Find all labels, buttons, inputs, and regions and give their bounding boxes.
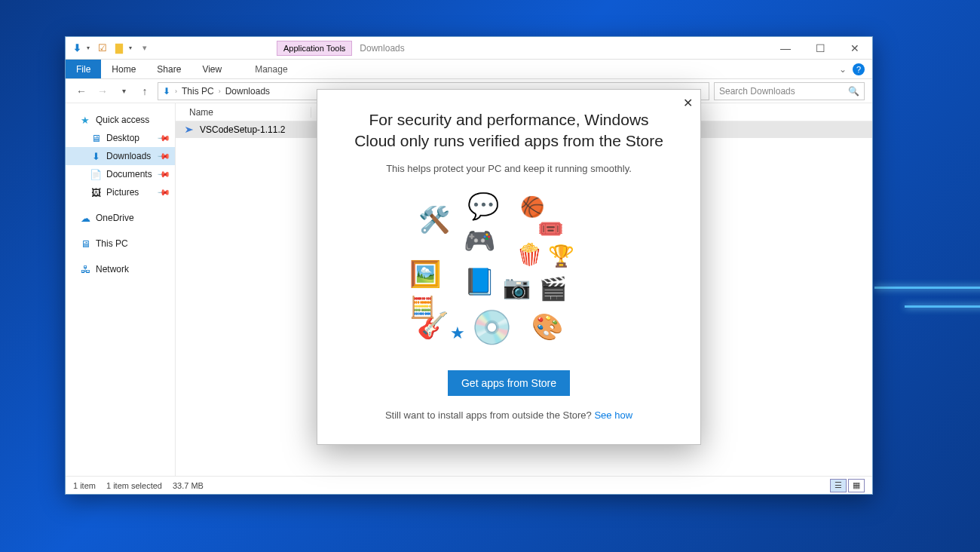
nav-label: Documents	[106, 169, 152, 179]
nav-label: Desktop	[106, 133, 139, 143]
turntable-icon: 💿	[471, 308, 513, 347]
nav-documents[interactable]: 📄 Documents 📌	[66, 165, 175, 183]
nav-up-button[interactable]: ↑	[136, 85, 153, 97]
nav-label: OneDrive	[96, 213, 134, 223]
dialog-illustration: 🛠️ 💬 🏀 🎮 🎟️ 🍿 🏆 🖼️ 📘 📷 🎬 🧮 🎸 ★ 💿 🎨	[403, 191, 614, 357]
vscode-icon	[182, 124, 197, 135]
chevron-down-icon[interactable]: ⌄	[839, 64, 847, 75]
pin-icon: 📌	[156, 149, 170, 163]
overflow-icon[interactable]: ▾	[138, 41, 152, 55]
down-arrow-icon[interactable]: ⬇	[70, 41, 84, 55]
basketball-icon: 🏀	[520, 195, 544, 219]
file-name: VSCodeSetup-1.11.2	[197, 124, 285, 135]
dialog-footer-text: Still want to install apps from outside …	[385, 409, 594, 421]
star-icon: ★	[79, 114, 91, 126]
star-icon: ★	[450, 324, 465, 343]
clapper-icon: 🎬	[539, 275, 567, 302]
see-how-link[interactable]: See how	[594, 409, 632, 421]
picture-icon: 🖼	[90, 186, 102, 198]
navigation-pane: ★ Quick access 🖥 Desktop 📌 ⬇ Downloads 📌…	[66, 103, 176, 476]
nav-back-button[interactable]: ←	[73, 85, 90, 97]
pin-icon: 📌	[156, 130, 170, 145]
checkbox-icon[interactable]: ☑	[96, 41, 109, 55]
tab-manage[interactable]: Manage	[237, 60, 305, 78]
dialog-footer: Still want to install apps from outside …	[385, 409, 632, 421]
contextual-tab-label: Application Tools	[277, 41, 352, 56]
dialog-title-line: For security and performance, Windows	[369, 111, 648, 128]
desktop-decoration	[874, 287, 980, 289]
nav-label: Pictures	[106, 187, 139, 198]
tab-file[interactable]: File	[66, 60, 101, 78]
window-title: Downloads	[360, 43, 404, 54]
tab-home[interactable]: Home	[101, 60, 146, 78]
guitar-icon: 🎸	[417, 310, 449, 340]
status-item-count: 1 item	[73, 481, 96, 490]
nav-history-dropdown[interactable]: ▾	[115, 87, 132, 95]
chevron-down-icon[interactable]: ▾	[129, 44, 135, 51]
network-icon: 🖧	[79, 263, 91, 275]
camera-icon: 📷	[503, 274, 531, 300]
thumbnails-view-button[interactable]: ▦	[848, 479, 865, 492]
get-apps-button[interactable]: Get apps from Store	[448, 370, 570, 396]
tab-share[interactable]: Share	[146, 60, 191, 78]
breadcrumb-segment[interactable]: Downloads	[225, 86, 270, 97]
down-arrow-icon: ⬇	[163, 86, 170, 97]
pin-icon: 📌	[156, 167, 170, 181]
breadcrumb-segment[interactable]: This PC	[182, 86, 214, 97]
svg-marker-0	[185, 127, 194, 133]
nav-this-pc[interactable]: 🖥 This PC	[66, 235, 175, 253]
details-view-button[interactable]: ☰	[830, 479, 847, 492]
nav-label: Quick access	[96, 115, 149, 125]
search-input[interactable]: Search Downloads 🔍	[714, 82, 865, 100]
search-placeholder: Search Downloads	[719, 86, 795, 97]
dialog-title-line: Cloud only runs verified apps from the S…	[354, 132, 663, 149]
nav-label: This PC	[96, 238, 128, 249]
chevron-right-icon: ›	[175, 87, 177, 95]
desktop-icon: 🖥	[90, 132, 102, 144]
folder-icon[interactable]: ▇	[112, 41, 126, 55]
picture-icon: 🖼️	[409, 259, 441, 289]
minimize-button[interactable]: —	[768, 37, 803, 60]
nav-network[interactable]: 🖧 Network	[66, 260, 175, 278]
pin-icon: 📌	[156, 185, 170, 199]
titlebar: ⬇ ▾ ☑ ▇ ▾ ▾ Application Tools Downloads …	[66, 37, 872, 60]
document-icon: 📄	[90, 168, 102, 180]
status-bar: 1 item 1 item selected 33.7 MB ☰ ▦	[66, 476, 872, 494]
status-size: 33.7 MB	[173, 481, 204, 490]
dialog-title: For security and performance, Windows Cl…	[354, 109, 663, 152]
dialog-close-button[interactable]: ✕	[683, 96, 693, 110]
chevron-right-icon: ›	[219, 87, 221, 95]
palette-icon: 🎨	[531, 311, 563, 342]
monitor-icon: 🖥	[79, 238, 91, 250]
close-button[interactable]: ✕	[838, 37, 872, 60]
nav-downloads[interactable]: ⬇ Downloads 📌	[66, 147, 175, 165]
column-name[interactable]: Name	[176, 107, 311, 118]
help-icon[interactable]: ?	[853, 63, 865, 75]
nav-label: Network	[96, 264, 129, 274]
nav-desktop[interactable]: 🖥 Desktop 📌	[66, 129, 175, 147]
status-selection: 1 item selected	[106, 481, 162, 490]
dialog-subtitle: This helps protect your PC and keep it r…	[386, 163, 632, 174]
speech-bubble-icon: 💬	[467, 191, 499, 221]
desktop-decoration	[905, 305, 980, 308]
nav-quick-access[interactable]: ★ Quick access	[66, 111, 175, 129]
tab-view[interactable]: View	[191, 60, 232, 78]
game-controller-icon: 🎮	[464, 225, 495, 256]
nav-label: Downloads	[106, 151, 151, 161]
popcorn-icon: 🍿	[516, 242, 543, 267]
quick-access-toolbar: ⬇ ▾ ☑ ▇ ▾ ▾	[66, 41, 156, 55]
maximize-button[interactable]: ☐	[803, 37, 838, 60]
nav-forward-button[interactable]: →	[94, 85, 111, 97]
trophy-icon: 🏆	[548, 244, 574, 268]
ribbon-tabs: File Home Share View Manage ⌄ ?	[66, 60, 872, 79]
hammer-wrench-icon: 🛠️	[418, 204, 450, 235]
cloud-icon: ☁	[79, 212, 91, 224]
nav-pictures[interactable]: 🖼 Pictures 📌	[66, 183, 175, 201]
search-icon: 🔍	[848, 86, 859, 97]
nav-onedrive[interactable]: ☁ OneDrive	[66, 209, 175, 227]
book-icon: 📘	[464, 266, 495, 296]
ticket-icon: 🎟️	[537, 216, 564, 241]
down-arrow-icon: ⬇	[90, 150, 102, 162]
chevron-down-icon[interactable]: ▾	[87, 44, 93, 51]
store-restriction-dialog: ✕ For security and performance, Windows …	[317, 89, 701, 445]
